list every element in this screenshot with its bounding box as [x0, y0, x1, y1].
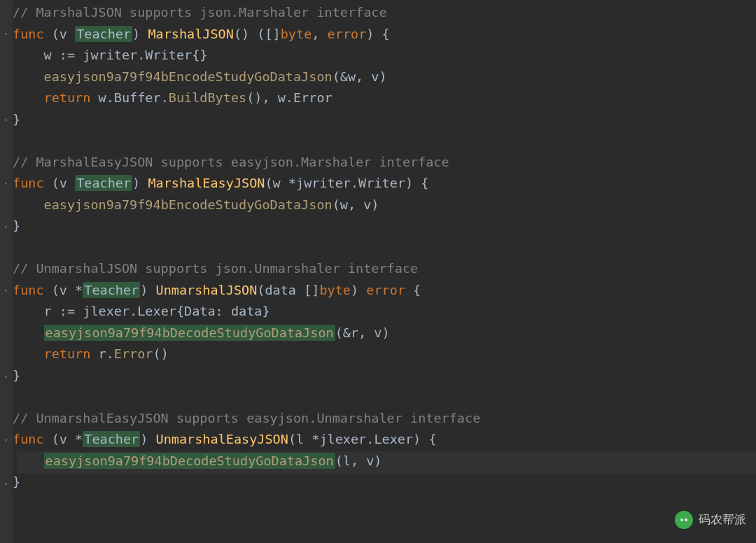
signature: (data []: [257, 283, 319, 297]
watermark-label: 码农帮派: [699, 509, 746, 531]
type-teacher: Teacher: [75, 26, 132, 42]
func-name: UnmarshalJSON: [156, 283, 258, 297]
args: (l, v): [335, 453, 382, 468]
keyword-func: func: [13, 176, 44, 190]
type-teacher: Teacher: [75, 175, 132, 191]
brace: }: [13, 218, 20, 233]
func-name: MarshalEasyJSON: [148, 176, 265, 190]
keyword-func: func: [13, 27, 44, 41]
method: Error: [114, 346, 153, 361]
comment: // UnmarshalJSON supports json.Unmarshal…: [13, 261, 418, 276]
comment: // MarshalEasyJSON supports easyjson.Mar…: [13, 155, 449, 169]
type-writer: Writer: [358, 176, 405, 190]
watermark: 码农帮派: [675, 509, 746, 531]
args: (&r, v): [335, 325, 390, 340]
receiver: (v: [52, 176, 75, 190]
expr: r.: [99, 346, 114, 361]
keyword-func: func: [13, 283, 44, 297]
fold-icon[interactable]: [0, 472, 12, 493]
code: r := jlexer.: [13, 304, 137, 318]
brace: }: [13, 112, 20, 127]
type-byte: byte: [319, 283, 351, 297]
type-teacher: Teacher: [83, 282, 140, 298]
type-writer: Writer: [145, 48, 192, 62]
wechat-icon: [675, 511, 693, 529]
fold-icon[interactable]: [0, 365, 12, 386]
type-error: error: [328, 27, 367, 41]
receiver: (v: [52, 27, 75, 41]
indent: [13, 325, 44, 340]
comment: // UnmarshalEasyJSON supports easyjson.U…: [13, 411, 480, 425]
fold-icon[interactable]: [0, 108, 12, 129]
code-editor-content[interactable]: // MarshalJSON supports json.Marshaler i…: [13, 2, 480, 493]
keyword-return: return: [44, 90, 99, 105]
func-call: easyjson9a79f94bDecodeStudyGoDataJson: [44, 453, 335, 469]
method: BuildBytes: [169, 90, 246, 105]
paren: ): [132, 27, 148, 41]
type-lexer: Lexer: [374, 432, 413, 446]
indent: [13, 90, 44, 105]
func-call: easyjson9a79f94bEncodeStudyGoDataJson: [44, 197, 332, 212]
args: (w, v): [332, 197, 379, 212]
brace: }: [13, 368, 20, 383]
type-error: error: [366, 283, 405, 297]
func-name: MarshalJSON: [148, 27, 234, 41]
expr: w.Buffer.: [99, 90, 169, 105]
paren: ): [132, 176, 148, 190]
indent: [13, 197, 44, 212]
type-lexer: Lexer: [137, 304, 176, 318]
brace: {: [405, 283, 421, 297]
paren: ): [351, 283, 366, 297]
receiver: (v *: [52, 432, 83, 446]
signature: () ([]: [234, 27, 281, 41]
keyword-return: return: [44, 346, 99, 361]
indent: [13, 453, 44, 468]
fold-icon[interactable]: [0, 173, 12, 194]
braces: {}: [192, 48, 207, 62]
receiver: (v *: [52, 283, 83, 297]
fold-icon[interactable]: [0, 216, 12, 237]
brace: }: [13, 474, 20, 489]
paren: ): [140, 432, 155, 446]
func-name: UnmarshalEasyJSON: [156, 432, 288, 446]
func-call: easyjson9a79f94bDecodeStudyGoDataJson: [44, 325, 335, 341]
parens: (): [153, 346, 169, 361]
signature: (l *jlexer.: [288, 432, 374, 446]
brace: ) {: [366, 27, 389, 41]
paren: ): [140, 283, 155, 297]
expr: (), w.Error: [246, 90, 332, 105]
type-teacher: Teacher: [83, 431, 140, 447]
type-byte: byte: [281, 27, 312, 41]
comment: // MarshalJSON supports json.Marshaler i…: [13, 5, 387, 20]
comma: ,: [312, 27, 327, 41]
brace: ) {: [413, 432, 436, 446]
signature: (w *jwriter.: [265, 176, 358, 190]
indent: [13, 69, 44, 84]
struct-literal: {Data: data}: [176, 304, 270, 318]
editor-gutter: [0, 0, 13, 543]
args: (&w, v): [332, 69, 387, 84]
code: w := jwriter.: [13, 48, 145, 62]
fold-icon[interactable]: [0, 280, 12, 301]
fold-icon[interactable]: [0, 23, 12, 44]
fold-icon[interactable]: [0, 430, 12, 451]
brace: ) {: [405, 176, 428, 190]
keyword-func: func: [13, 432, 44, 446]
func-call: easyjson9a79f94bEncodeStudyGoDataJson: [44, 69, 332, 84]
indent: [13, 346, 44, 361]
